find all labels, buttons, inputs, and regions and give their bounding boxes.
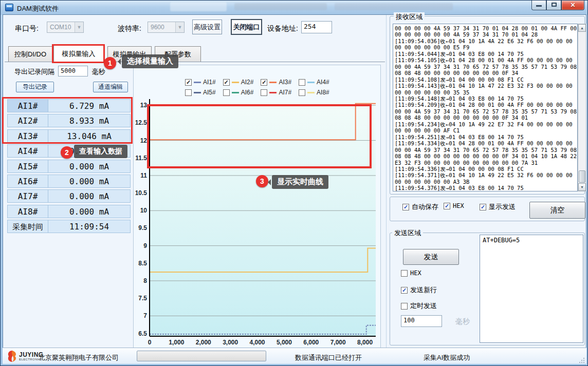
newline-checkbox-row[interactable]: ✓ 发送新行 <box>401 285 437 295</box>
timed-send-checkbox-row[interactable]: 定时发送 <box>401 301 437 311</box>
legend-label: AI6# <box>241 89 254 96</box>
legend-color-dash <box>194 92 201 93</box>
legend-item-ai8[interactable]: AI8# <box>299 88 329 97</box>
ai-row-label: AI6# <box>7 175 48 188</box>
y-tick-label: 6.5 <box>138 330 147 337</box>
port-status-text: 数据通讯端口已经打开 <box>295 353 362 362</box>
annotation-2-tooltip: 查看输入数据 <box>74 145 127 158</box>
ai-row-value: 11:09:54 <box>48 220 131 233</box>
chevron-down-icon[interactable]: ▼ <box>75 22 83 32</box>
interval-label: 导出记录间隔 <box>14 67 54 76</box>
y-tick-label: 8 <box>143 277 147 284</box>
ai-row-value: 8.933 mA <box>48 114 131 127</box>
legend-color-dash <box>307 82 315 83</box>
send-textarea[interactable]: AT+DEBUG=5 <box>480 235 583 343</box>
ai-row-value: 0.000 mA <box>48 205 131 218</box>
ai-row-label: 采集时间 <box>7 220 48 233</box>
annotation-1-badge: 1 <box>104 57 116 69</box>
maximize-button[interactable] <box>546 1 561 10</box>
auto-save-checkbox[interactable]: ✓ <box>402 204 409 210</box>
legend-item-ai5[interactable]: AI5# <box>185 88 216 97</box>
send-button[interactable]: 发送 <box>403 249 459 265</box>
legend-checkbox[interactable]: ✓ <box>261 79 267 86</box>
ai-row-label: AI3# <box>7 129 48 143</box>
resize-grip[interactable] <box>579 358 584 363</box>
legend-item-ai1[interactable]: ✓AI1# <box>185 78 216 87</box>
plot-background <box>150 101 376 336</box>
legend-checkbox[interactable]: ✓ <box>223 79 230 86</box>
tx-hex-label: HEX <box>410 269 421 277</box>
export-record-button[interactable]: 导出记录 <box>16 82 54 92</box>
baud-combo[interactable]: 9600▼ <box>148 22 185 33</box>
x-tick-label: 2,000 <box>196 339 211 346</box>
tabstrip-divider <box>5 62 385 62</box>
newline-checkbox[interactable]: ✓ <box>401 287 408 294</box>
port-combo[interactable]: COM10▼ <box>47 22 84 33</box>
legend-item-ai6[interactable]: AI6# <box>223 88 254 97</box>
annotation-1-tooltip: 选择模量输入 <box>122 54 178 68</box>
realtime-chart[interactable]: 6.577.588.599.51010.51111.51212.51301,00… <box>134 99 380 351</box>
legend-label: AI5# <box>203 89 216 96</box>
clear-button[interactable]: 清空 <box>529 202 585 219</box>
tab-analog-input[interactable]: 模拟量输入 <box>53 45 104 63</box>
show-send-checkbox[interactable]: ✓ <box>480 204 486 210</box>
legend-label: AI8# <box>317 89 329 96</box>
titlebar[interactable]: DAM测试软件 ✕ <box>1 1 587 15</box>
legend-checkbox[interactable]: ✓ <box>185 79 192 86</box>
annotation-3-tooltip: 显示实时曲线 <box>272 175 328 189</box>
legend-checkbox[interactable] <box>185 89 192 96</box>
timed-interval-unit: 毫秒 <box>455 317 470 326</box>
y-tick-label: 13 <box>140 102 148 109</box>
legend-label: AI7# <box>279 89 291 96</box>
legend-item-ai7[interactable]: AI7# <box>261 88 291 97</box>
scrollbar-thumb[interactable] <box>579 170 585 183</box>
juying-logo-icon <box>7 350 18 363</box>
ai-row-label: AI2# <box>7 114 48 127</box>
ai-row-value: 0.000 mA <box>48 160 131 173</box>
rx-hex-checkbox[interactable]: ✓ <box>444 203 450 209</box>
x-tick-label: 1,000 <box>169 339 184 346</box>
advanced-settings-button[interactable]: 高级设置 <box>192 20 222 34</box>
channel-edit-button[interactable]: 通道编辑 <box>93 82 128 92</box>
y-tick-label: 10.5 <box>135 189 148 197</box>
legend-color-dash <box>307 92 315 93</box>
chevron-down-icon[interactable]: ▼ <box>175 22 184 32</box>
interval-input[interactable]: 5000 <box>58 66 88 76</box>
show-send-checkbox-row[interactable]: ✓ 显示发送 <box>480 202 516 211</box>
auto-save-checkbox-row[interactable]: ✓ 自动保存 <box>402 202 438 211</box>
progress-bar <box>137 351 266 361</box>
legend-label: AI2# <box>241 79 254 86</box>
close-button[interactable]: ✕ <box>561 1 584 10</box>
legend-item-ai3[interactable]: ✓AI3# <box>261 78 291 87</box>
y-tick-label: 9.5 <box>138 224 147 232</box>
x-tick-label: 5,000 <box>277 339 292 346</box>
rx-hex-checkbox-row[interactable]: ✓ HEX <box>444 202 464 209</box>
legend-checkbox[interactable] <box>299 79 305 86</box>
minimize-button[interactable] <box>531 1 546 10</box>
tx-hex-checkbox-row[interactable]: HEX <box>401 269 421 277</box>
receive-log[interactable]: 00 00 00 00 4A 59 37 34 31 70 01 04 28 0… <box>393 24 578 191</box>
legend-item-ai2[interactable]: ✓AI2# <box>223 78 254 87</box>
y-tick-label: 7 <box>143 312 147 319</box>
x-tick-label: 7,000 <box>330 339 346 346</box>
tx-hex-checkbox[interactable] <box>401 270 408 277</box>
legend-checkbox[interactable] <box>299 89 305 96</box>
tab-control-dido[interactable]: 控制DI/DO <box>8 46 52 62</box>
legend-label: AI4# <box>317 79 329 86</box>
legend-checkbox[interactable] <box>261 89 267 96</box>
timed-send-checkbox[interactable] <box>401 303 408 310</box>
maximize-icon <box>552 3 557 7</box>
company-name: 北京聚英翱翔电子有限公司 <box>39 353 119 362</box>
receive-scrollbar[interactable]: ▲ ▼ <box>578 24 586 191</box>
scroll-down-icon[interactable]: ▼ <box>578 183 586 191</box>
receive-group-label: 接收区域 <box>394 12 425 22</box>
ai-row-label: AI4# <box>7 144 48 158</box>
close-port-button[interactable]: 关闭端口 <box>231 19 262 35</box>
legend-label: AI1# <box>203 79 216 86</box>
timed-interval-input[interactable]: 100 <box>401 315 442 327</box>
baud-label: 波特率: <box>118 24 141 33</box>
legend-item-ai4[interactable]: AI4# <box>299 78 329 87</box>
legend-checkbox[interactable] <box>223 89 230 96</box>
device-address-input[interactable]: 254 <box>301 21 332 33</box>
scroll-up-icon[interactable]: ▲ <box>578 24 586 32</box>
